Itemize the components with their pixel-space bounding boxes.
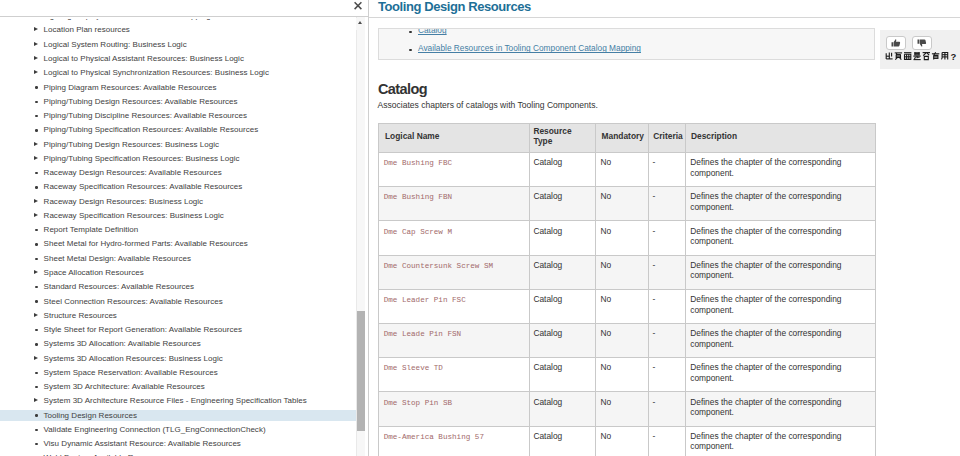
svg-text:?: ?	[951, 52, 957, 62]
